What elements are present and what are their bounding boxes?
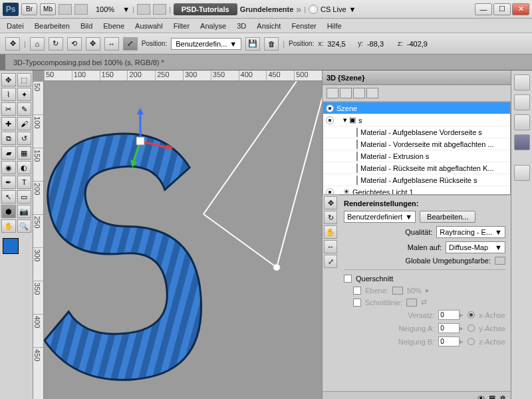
stamp-tool[interactable]: ⧉ <box>1 132 16 145</box>
minimize-button[interactable]: — <box>475 3 492 15</box>
dock-adjustments-icon[interactable] <box>514 165 530 181</box>
eye-icon[interactable] <box>326 104 334 112</box>
menu-bild[interactable]: Bild <box>80 22 92 30</box>
rotate-icon[interactable]: ↻ <box>49 37 63 51</box>
pen-tool[interactable]: ✒ <box>1 176 16 189</box>
3d-scale-icon[interactable]: ⤢ <box>324 255 337 268</box>
crop-tool[interactable]: ✂ <box>1 102 16 116</box>
menu-ansicht[interactable]: Ansicht <box>257 22 281 30</box>
canvas[interactable]: 50100150200250300350400450500 5010015020… <box>33 70 322 399</box>
brush-tool[interactable]: 🖌 <box>17 117 32 130</box>
toolbox-collapse[interactable] <box>0 55 5 70</box>
zoom-tool[interactable]: 🔍 <box>17 219 32 233</box>
cslive-button[interactable]: CS Live ▼ <box>309 5 356 14</box>
menu-hilfe[interactable]: Hilfe <box>327 22 342 30</box>
tree-row-szene[interactable]: Szene <box>323 102 510 114</box>
tree-row[interactable]: Material - Aufgeblasene Vorderseite s <box>323 126 510 138</box>
quality-dropdown[interactable]: Raytracing - E...▼ <box>436 226 505 238</box>
heal-tool[interactable]: ✚ <box>1 117 16 130</box>
3d-object-tool[interactable]: ⬢ <box>1 205 16 218</box>
eye-icon[interactable] <box>326 116 334 124</box>
dock-styles-icon[interactable] <box>514 114 530 130</box>
eye-icon[interactable] <box>326 188 334 196</box>
filter-lights-icon[interactable] <box>366 88 378 98</box>
x-input[interactable]: 324,5 <box>327 40 354 48</box>
color-swatches[interactable] <box>1 237 31 255</box>
3d-roll-icon[interactable]: ↻ <box>324 211 337 224</box>
lasso-tool[interactable]: ⌇ <box>1 88 16 101</box>
delete-icon[interactable]: 🗑 <box>499 394 507 400</box>
toggle-lights-icon[interactable]: 👁 <box>477 394 485 400</box>
dock-color-icon[interactable] <box>514 74 530 90</box>
scale-icon[interactable]: ⤢ <box>123 37 138 51</box>
filter-materials-icon[interactable] <box>353 88 365 98</box>
gradient-tool[interactable]: ▦ <box>17 146 32 160</box>
eraser-tool[interactable]: ▰ <box>1 146 16 160</box>
new-light-icon[interactable]: ▦ <box>489 394 495 399</box>
minibridge-button[interactable]: Mb <box>40 3 56 15</box>
panel-3d-tab[interactable]: 3D {Szene} <box>323 70 511 85</box>
3d-camera-tool[interactable]: 📷 <box>17 205 32 218</box>
foreground-swatch[interactable] <box>3 238 19 254</box>
tree-row[interactable]: Material - Vorderseite mit abgeflachten … <box>323 138 510 150</box>
screenmode-icon[interactable] <box>74 4 88 15</box>
paint-dropdown[interactable]: Diffuse-Map▼ <box>446 241 505 253</box>
menu-analyse[interactable]: Analyse <box>200 22 226 30</box>
tree-row[interactable]: Material - Rückseite mit abgeflachten K.… <box>323 162 510 174</box>
blur-tool[interactable]: ◉ <box>1 161 16 174</box>
dock-swatches-icon[interactable] <box>514 94 530 110</box>
menu-filter[interactable]: Filter <box>174 22 190 30</box>
zoom-icon[interactable] <box>153 4 166 15</box>
close-button[interactable]: ✕ <box>512 3 529 15</box>
type-tool[interactable]: T <box>17 176 32 189</box>
render-preset-dropdown[interactable]: Benutzerdefiniert▼ <box>344 211 416 223</box>
menu-auswahl[interactable]: Auswahl <box>135 22 163 30</box>
home-icon[interactable]: ⌂ <box>30 37 45 51</box>
hand-icon[interactable] <box>137 4 150 15</box>
wand-tool[interactable]: ✦ <box>17 88 32 101</box>
tree-row[interactable]: Material - Extrusion s <box>323 150 510 162</box>
menu-3d[interactable]: 3D <box>237 22 246 30</box>
edit-button[interactable]: Bearbeiten... <box>420 211 475 223</box>
tree-row-s[interactable]: ▾ ▣ s <box>323 114 510 126</box>
bridge-button[interactable]: Br <box>21 3 37 15</box>
menu-fenster[interactable]: Fenster <box>291 22 316 30</box>
roll-icon[interactable]: ⟲ <box>67 37 82 51</box>
filter-scene-icon[interactable] <box>327 88 338 98</box>
menu-datei[interactable]: Datei <box>7 22 24 30</box>
workspace-pill[interactable]: PSD-Tutorials <box>174 3 237 15</box>
path-tool[interactable]: ↖ <box>1 190 16 203</box>
y-input[interactable]: -88,3 <box>367 40 394 48</box>
history-brush-tool[interactable]: ↺ <box>17 132 32 145</box>
position-dropdown[interactable]: Benutzerdefin...▼ <box>171 38 241 50</box>
save-icon[interactable]: 💾 <box>245 37 260 51</box>
filter-meshes-icon[interactable] <box>340 88 352 98</box>
dodge-tool[interactable]: ◐ <box>17 161 32 174</box>
hand-tool[interactable]: ✋ <box>1 219 16 233</box>
eyedropper-tool[interactable]: ✎ <box>17 102 32 116</box>
3d-rotate-icon[interactable]: ✥ <box>324 196 337 209</box>
workspace-label[interactable]: Grundelemente <box>240 5 294 13</box>
chevron-right-icon[interactable]: » <box>296 4 301 15</box>
maximize-button[interactable]: ☐ <box>493 3 511 15</box>
global-color-swatch[interactable] <box>495 257 505 265</box>
menu-ebene[interactable]: Ebene <box>103 22 124 30</box>
z-input[interactable]: -402,9 <box>407 40 434 48</box>
3d-slide-icon[interactable]: ↔ <box>324 240 337 253</box>
tool-preset-icon[interactable]: ✥ <box>5 37 20 51</box>
shape-tool[interactable]: ▭ <box>17 190 32 203</box>
move-tool[interactable]: ✥ <box>1 73 16 86</box>
slide-icon[interactable]: ↔ <box>104 37 119 51</box>
trash-icon[interactable]: 🗑 <box>264 37 279 51</box>
cross-checkbox[interactable] <box>344 275 352 283</box>
scene-tree[interactable]: Szene ▾ ▣ s Material - Aufgeblasene Vord… <box>323 102 511 195</box>
dock-3d-icon[interactable] <box>514 134 530 150</box>
pan-icon[interactable]: ✥ <box>86 37 100 51</box>
tree-row[interactable]: Material - Aufgeblasene Rückseite s <box>323 174 510 186</box>
tree-row-light[interactable]: ☀ Gerichtetes Licht 1 <box>323 186 510 195</box>
marquee-tool[interactable]: ⬚ <box>17 73 32 86</box>
document-tab[interactable]: 3D-Typocomposing.psd bei 100% (s, RGB/8)… <box>5 55 532 70</box>
arrange-icon[interactable] <box>59 4 72 15</box>
zoom-display[interactable]: 100% <box>90 4 120 15</box>
3d-pan-icon[interactable]: ✋ <box>324 225 337 239</box>
